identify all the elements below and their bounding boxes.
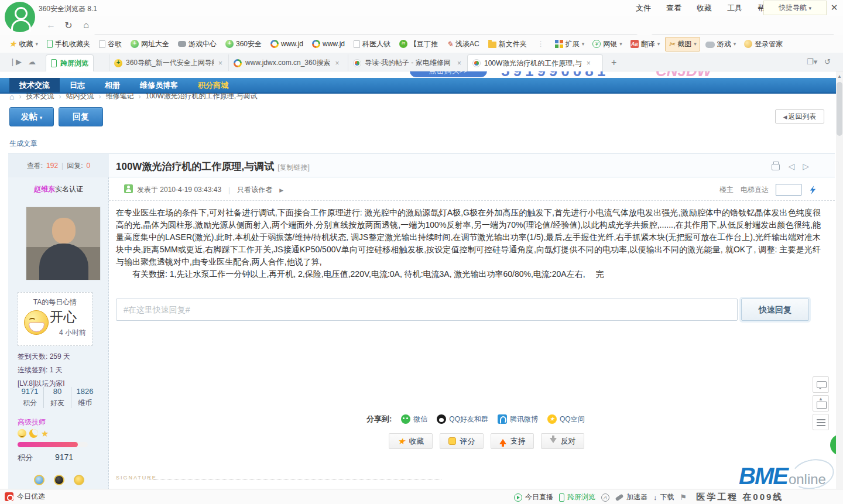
nav-repairman-blog[interactable]: 维修员博客 (130, 78, 188, 92)
bookmark-games[interactable]: 游戏中心 (178, 39, 217, 49)
plugin-translate[interactable]: Aa翻译 (628, 37, 663, 51)
new-tab-icon[interactable]: + (611, 57, 616, 68)
buy-button-fragment[interactable]: 点击购买>> (410, 71, 487, 77)
tab-my-posts[interactable]: 导读-我的帖子 - 家电维修网 - P (348, 54, 466, 71)
scissors-icon (669, 40, 675, 49)
back-to-list-button[interactable]: 返回列表 (775, 109, 824, 124)
thread-list-button[interactable] (813, 414, 829, 430)
tab-close-icon[interactable] (218, 59, 222, 67)
bookmark-favorites[interactable]: 收藏 (9, 39, 38, 49)
reopen-tab-icon[interactable]: ↺ (824, 57, 831, 66)
a-circle-icon[interactable]: A (601, 493, 609, 502)
bookmark-keyiren[interactable]: 科医人钬 (354, 39, 390, 49)
share-qq[interactable]: QQ好友和群 (437, 414, 488, 424)
cloud-sync-icon[interactable]: ☁ (28, 57, 36, 66)
menu-view[interactable]: 查看 (666, 3, 681, 13)
scrollbar[interactable] (836, 71, 843, 489)
nav-album[interactable]: 相册 (95, 78, 130, 92)
home-icon[interactable]: ⌂ (80, 20, 92, 30)
crumb-notes[interactable]: 维修笔记 (105, 91, 133, 101)
cross-screen-button[interactable]: 跨屏浏览 (559, 492, 595, 502)
share-wechat[interactable]: 微信 (401, 414, 427, 424)
nav-blog[interactable]: 日志 (60, 78, 95, 92)
bookmark-mobile[interactable]: 手机收藏夹 (47, 39, 90, 49)
scroll-up-icon[interactable] (837, 74, 842, 79)
home-icon[interactable] (9, 92, 14, 101)
flag-icon[interactable] (680, 493, 687, 502)
sign-streak: 连续签到: 1 天 (18, 365, 63, 375)
copy-link[interactable]: [复制链接] (277, 163, 310, 172)
share-qzone[interactable]: QQ空间 (547, 414, 585, 424)
bookmark-360safe[interactable]: 360安全 (225, 39, 262, 49)
tab-list-icon[interactable]: ❐ (807, 57, 817, 66)
menu-file[interactable]: 文件 (636, 3, 651, 13)
bookmark-jd1[interactable]: www.jd (270, 40, 303, 48)
close-button[interactable] (829, 3, 839, 12)
booster-button[interactable]: 加速器 (615, 492, 647, 502)
tab-label: 100W激光治疗机的工作原理,与 (484, 59, 582, 68)
jump-icon[interactable] (808, 186, 817, 194)
quick-nav-button[interactable]: 快捷导航 (763, 1, 827, 15)
tab-close-icon[interactable] (587, 59, 591, 67)
back-to-top-button[interactable] (813, 395, 829, 412)
bookmark-douding[interactable]: 【豆丁推 (399, 39, 438, 49)
generate-article-link[interactable]: 生成文章 (9, 139, 37, 149)
oppose-button[interactable]: 反对 (541, 433, 584, 449)
tab-close-icon[interactable] (457, 59, 461, 67)
nav-points-mall[interactable]: 积分商城 (188, 78, 238, 92)
crumb-site[interactable]: 站内交流 (66, 91, 94, 101)
quick-reply-input[interactable] (116, 299, 738, 321)
menu-favorites[interactable]: 收藏 (697, 3, 712, 13)
rate-button[interactable]: 评分 (440, 433, 484, 449)
nav-tech-exchange[interactable]: 技术交流 (9, 78, 60, 92)
only-author-link[interactable]: 只看该作者 (237, 185, 272, 195)
stat-friends[interactable]: 80好友 (43, 387, 71, 408)
plugin-login-keeper[interactable]: 登录管家 (741, 37, 786, 51)
bookmark-sites[interactable]: 网址大全 (131, 39, 169, 49)
plugin-bank[interactable]: ¥网银 (590, 37, 625, 51)
prev-thread-icon[interactable] (788, 161, 794, 172)
chevron-down-icon (40, 115, 43, 121)
poster-mini-icon (124, 184, 133, 193)
elevator-input[interactable] (776, 184, 801, 196)
bookmark-ac[interactable]: 浅谈AC (447, 39, 479, 49)
tab-close-icon[interactable] (335, 59, 339, 67)
tab-thread[interactable]: 100W激光治疗机的工作原理,与 (467, 54, 603, 71)
comment-tool-button[interactable] (813, 376, 829, 393)
print-icon[interactable] (772, 164, 780, 170)
play-icon (514, 493, 522, 502)
tab-label: www.jdwx.com.cn_360搜索 (245, 58, 330, 68)
plugin-screenshot[interactable]: 截图 (665, 37, 700, 52)
daily-picks[interactable]: 今日优选 (5, 492, 45, 502)
refresh-icon[interactable]: ↻ (62, 20, 75, 31)
plugin-extensions[interactable]: 扩展 (552, 37, 588, 51)
back-icon[interactable]: ← (44, 20, 57, 30)
tab-360-nav[interactable]: 360导航_新一代安全上网导航 (109, 54, 227, 71)
favorite-button[interactable]: 收藏 (389, 433, 433, 449)
crumb-tech[interactable]: 技术交流 (26, 91, 54, 101)
author-name[interactable]: 赵维东 (34, 184, 55, 194)
sign-days: 签到天数: 259 天 (18, 352, 70, 362)
sidebar-toggle-icon[interactable]: ❘▶ (9, 57, 22, 66)
plugin-games[interactable]: 游戏 (702, 37, 739, 51)
quick-reply-button[interactable]: 快速回复 (741, 299, 809, 321)
tab-cross-screen[interactable]: 跨屏浏览 (46, 54, 94, 71)
new-post-button[interactable]: 发帖 (9, 107, 54, 126)
expand-icon[interactable] (279, 187, 283, 193)
live-today-button[interactable]: 今日直播 (514, 492, 553, 502)
bookmark-jd2[interactable]: www.jd (312, 40, 345, 48)
share-tencent-weibo[interactable]: 腾讯微博 (498, 414, 538, 424)
bookmark-newfolder[interactable]: 新文件夹 (488, 39, 527, 49)
bookmark-google[interactable]: 谷歌 (99, 39, 122, 49)
stat-coins[interactable]: 1826维币 (71, 387, 98, 408)
download-button[interactable]: 下载 (653, 492, 674, 502)
next-thread-icon[interactable] (803, 161, 809, 172)
support-button[interactable]: 支持 (491, 433, 534, 449)
tab-search[interactable]: www.jdwx.com.cn_360搜索 (228, 54, 347, 71)
author-photo[interactable] (26, 207, 101, 280)
user-avatar-icon[interactable] (5, 2, 35, 32)
menu-tools[interactable]: 工具 (727, 3, 742, 13)
scrollbar-thumb[interactable] (837, 82, 842, 136)
stat-points[interactable]: 9171积分 (16, 387, 43, 408)
reply-button[interactable]: 回复 (59, 107, 103, 126)
